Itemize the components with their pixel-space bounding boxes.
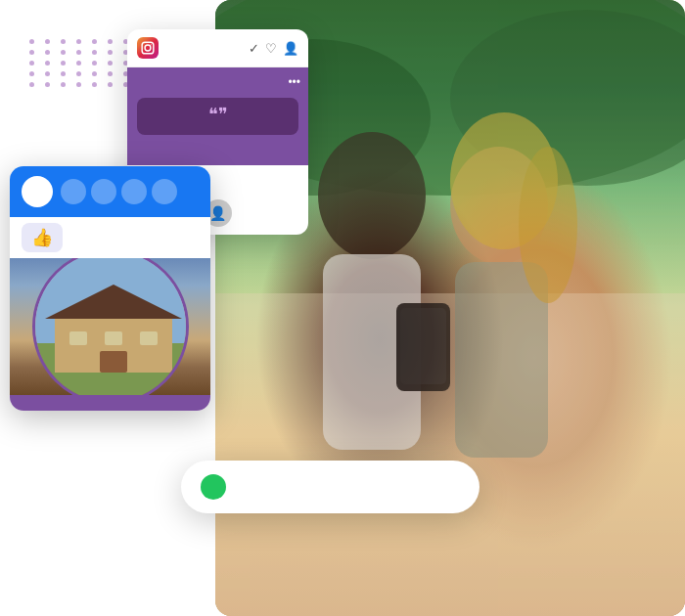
instagram-menu-dots[interactable]: ••• [288,75,300,89]
facebook-logo [22,176,53,207]
instagram-action-icons: ✓ ♡ 👤 [249,41,298,56]
instagram-quote-box: ❝❞ [137,98,298,135]
instagram-check-icon: ✓ [249,41,259,56]
svg-rect-12 [142,42,154,54]
svg-rect-22 [100,351,127,373]
instagram-content-area: ❝❞ ••• [127,67,308,165]
thumbs-up-icon: 👍 [31,227,53,248]
facebook-caption [10,395,210,411]
facebook-post-image-circle [32,258,189,395]
main-scene: // Generate dots const dp = document.que… [0,0,685,616]
instagram-heart-icon: ♡ [265,41,277,56]
svg-rect-20 [105,331,122,345]
facebook-header [10,166,210,217]
post-scheduled-toast [181,461,480,513]
facebook-user-dot-3 [121,179,147,204]
facebook-user-avatars [61,179,199,204]
facebook-user-dot-2 [91,179,116,204]
quote-icon: ❝❞ [145,106,291,123]
svg-rect-11 [400,308,446,384]
instagram-logo [137,37,159,59]
svg-point-13 [145,45,151,51]
facebook-like-box[interactable]: 👍 [22,223,63,252]
svg-rect-19 [69,331,87,345]
svg-rect-21 [140,331,158,345]
svg-point-4 [318,132,426,259]
instagram-header: ✓ ♡ 👤 [127,29,308,67]
facebook-image-area [10,258,210,395]
svg-point-9 [519,147,577,303]
success-check-icon [201,474,226,500]
facebook-card: 👍 [10,166,210,411]
svg-point-14 [151,44,152,45]
instagram-profile-icon: 👤 [283,41,298,56]
facebook-user-dot-4 [152,179,177,204]
facebook-user-dot-1 [61,179,86,204]
facebook-like-area: 👍 [10,217,210,258]
